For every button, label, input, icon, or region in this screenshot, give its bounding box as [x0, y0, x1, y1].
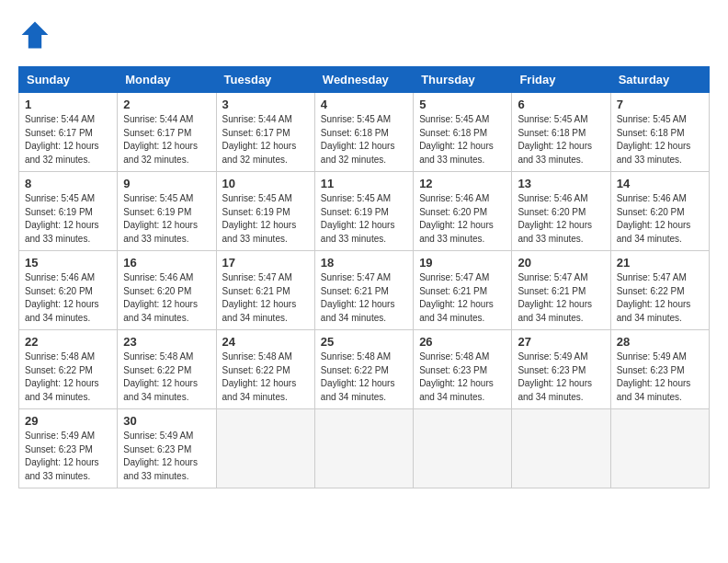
calendar-day-cell — [216, 409, 314, 488]
calendar-week-row: 15Sunrise: 5:46 AMSunset: 6:20 PMDayligh… — [19, 251, 710, 330]
day-number: 7 — [617, 98, 703, 111]
calendar-day-cell: 7Sunrise: 5:45 AMSunset: 6:18 PMDaylight… — [610, 93, 709, 172]
day-info: Sunrise: 5:45 AMSunset: 6:19 PMDaylight:… — [25, 192, 111, 246]
day-number: 15 — [25, 256, 111, 270]
calendar-day-cell: 19Sunrise: 5:47 AMSunset: 6:21 PMDayligh… — [414, 251, 512, 330]
calendar-week-row: 29Sunrise: 5:49 AMSunset: 6:23 PMDayligh… — [19, 409, 710, 488]
calendar-day-cell: 25Sunrise: 5:48 AMSunset: 6:22 PMDayligh… — [314, 330, 413, 409]
calendar-day-cell: 24Sunrise: 5:48 AMSunset: 6:22 PMDayligh… — [216, 330, 314, 409]
day-info: Sunrise: 5:48 AMSunset: 6:22 PMDaylight:… — [123, 350, 210, 404]
calendar-day-cell: 30Sunrise: 5:49 AMSunset: 6:23 PMDayligh… — [118, 409, 216, 488]
day-number: 9 — [123, 177, 210, 190]
day-info: Sunrise: 5:48 AMSunset: 6:22 PMDaylight:… — [321, 350, 407, 404]
day-number: 16 — [123, 256, 210, 270]
calendar-day-cell — [314, 409, 413, 488]
day-number: 21 — [617, 256, 703, 270]
day-info: Sunrise: 5:49 AMSunset: 6:23 PMDaylight:… — [25, 430, 111, 483]
calendar-day-cell — [414, 409, 512, 488]
calendar-day-cell: 18Sunrise: 5:47 AMSunset: 6:21 PMDayligh… — [314, 251, 413, 330]
calendar-header-row: SundayMondayTuesdayWednesdayThursdayFrid… — [19, 67, 710, 93]
day-number: 28 — [617, 335, 703, 349]
day-info: Sunrise: 5:46 AMSunset: 6:20 PMDaylight:… — [518, 192, 604, 246]
day-info: Sunrise: 5:45 AMSunset: 6:18 PMDaylight:… — [321, 113, 407, 167]
calendar-day-cell: 14Sunrise: 5:46 AMSunset: 6:20 PMDayligh… — [610, 172, 709, 251]
day-number: 2 — [123, 98, 210, 111]
day-info: Sunrise: 5:45 AMSunset: 6:19 PMDaylight:… — [321, 192, 407, 246]
calendar-header-sunday: Sunday — [19, 67, 118, 93]
calendar-day-cell — [512, 409, 610, 488]
day-number: 30 — [123, 414, 210, 428]
day-info: Sunrise: 5:46 AMSunset: 6:20 PMDaylight:… — [25, 271, 111, 325]
day-info: Sunrise: 5:45 AMSunset: 6:19 PMDaylight:… — [123, 192, 210, 246]
calendar-week-row: 22Sunrise: 5:48 AMSunset: 6:22 PMDayligh… — [19, 330, 710, 409]
day-number: 13 — [518, 177, 604, 190]
day-number: 24 — [222, 335, 309, 349]
calendar-day-cell: 20Sunrise: 5:47 AMSunset: 6:21 PMDayligh… — [512, 251, 610, 330]
calendar-header-monday: Monday — [118, 67, 216, 93]
calendar-day-cell — [610, 409, 709, 488]
calendar-header-saturday: Saturday — [610, 67, 709, 93]
page-header — [18, 18, 710, 52]
day-number: 27 — [518, 335, 604, 349]
day-info: Sunrise: 5:45 AMSunset: 6:18 PMDaylight:… — [419, 113, 506, 167]
calendar-day-cell: 1Sunrise: 5:44 AMSunset: 6:17 PMDaylight… — [19, 93, 118, 172]
logo-icon — [18, 18, 51, 52]
day-info: Sunrise: 5:47 AMSunset: 6:21 PMDaylight:… — [518, 271, 604, 325]
day-number: 18 — [321, 256, 407, 270]
day-info: Sunrise: 5:44 AMSunset: 6:17 PMDaylight:… — [25, 113, 111, 167]
calendar-day-cell: 13Sunrise: 5:46 AMSunset: 6:20 PMDayligh… — [512, 172, 610, 251]
calendar-day-cell: 29Sunrise: 5:49 AMSunset: 6:23 PMDayligh… — [19, 409, 118, 488]
calendar-day-cell: 22Sunrise: 5:48 AMSunset: 6:22 PMDayligh… — [19, 330, 118, 409]
day-info: Sunrise: 5:44 AMSunset: 6:17 PMDaylight:… — [123, 113, 210, 167]
calendar-day-cell: 2Sunrise: 5:44 AMSunset: 6:17 PMDaylight… — [118, 93, 216, 172]
day-number: 25 — [321, 335, 407, 349]
day-info: Sunrise: 5:46 AMSunset: 6:20 PMDaylight:… — [123, 271, 210, 325]
calendar-week-row: 8Sunrise: 5:45 AMSunset: 6:19 PMDaylight… — [19, 172, 710, 251]
day-number: 17 — [222, 256, 309, 270]
day-number: 5 — [419, 98, 506, 111]
calendar-week-row: 1Sunrise: 5:44 AMSunset: 6:17 PMDaylight… — [19, 93, 710, 172]
day-info: Sunrise: 5:49 AMSunset: 6:23 PMDaylight:… — [617, 350, 703, 404]
day-info: Sunrise: 5:44 AMSunset: 6:17 PMDaylight:… — [222, 113, 309, 167]
calendar-header-friday: Friday — [512, 67, 610, 93]
calendar-day-cell: 8Sunrise: 5:45 AMSunset: 6:19 PMDaylight… — [19, 172, 118, 251]
day-number: 4 — [321, 98, 407, 111]
calendar-day-cell: 23Sunrise: 5:48 AMSunset: 6:22 PMDayligh… — [118, 330, 216, 409]
day-info: Sunrise: 5:45 AMSunset: 6:19 PMDaylight:… — [222, 192, 309, 246]
day-info: Sunrise: 5:46 AMSunset: 6:20 PMDaylight:… — [617, 192, 703, 246]
day-number: 6 — [518, 98, 604, 111]
day-number: 20 — [518, 256, 604, 270]
calendar-header-wednesday: Wednesday — [314, 67, 413, 93]
calendar-header-thursday: Thursday — [414, 67, 512, 93]
calendar-day-cell: 28Sunrise: 5:49 AMSunset: 6:23 PMDayligh… — [610, 330, 709, 409]
day-info: Sunrise: 5:49 AMSunset: 6:23 PMDaylight:… — [123, 430, 210, 483]
day-number: 11 — [321, 177, 407, 190]
calendar-day-cell: 6Sunrise: 5:45 AMSunset: 6:18 PMDaylight… — [512, 93, 610, 172]
day-number: 14 — [617, 177, 703, 190]
day-info: Sunrise: 5:47 AMSunset: 6:21 PMDaylight:… — [222, 271, 309, 325]
calendar-day-cell: 16Sunrise: 5:46 AMSunset: 6:20 PMDayligh… — [118, 251, 216, 330]
day-number: 29 — [25, 414, 111, 428]
day-number: 10 — [222, 177, 309, 190]
day-info: Sunrise: 5:48 AMSunset: 6:23 PMDaylight:… — [419, 350, 506, 404]
calendar-day-cell: 10Sunrise: 5:45 AMSunset: 6:19 PMDayligh… — [216, 172, 314, 251]
calendar-day-cell: 5Sunrise: 5:45 AMSunset: 6:18 PMDaylight… — [414, 93, 512, 172]
day-info: Sunrise: 5:47 AMSunset: 6:21 PMDaylight:… — [419, 271, 506, 325]
svg-marker-0 — [22, 22, 49, 49]
calendar-day-cell: 17Sunrise: 5:47 AMSunset: 6:21 PMDayligh… — [216, 251, 314, 330]
day-number: 3 — [222, 98, 309, 111]
logo — [18, 18, 57, 52]
day-number: 12 — [419, 177, 506, 190]
calendar-header-tuesday: Tuesday — [216, 67, 314, 93]
calendar-day-cell: 11Sunrise: 5:45 AMSunset: 6:19 PMDayligh… — [314, 172, 413, 251]
calendar-day-cell: 26Sunrise: 5:48 AMSunset: 6:23 PMDayligh… — [414, 330, 512, 409]
day-info: Sunrise: 5:47 AMSunset: 6:21 PMDaylight:… — [321, 271, 407, 325]
calendar-table: SundayMondayTuesdayWednesdayThursdayFrid… — [18, 66, 710, 488]
day-info: Sunrise: 5:48 AMSunset: 6:22 PMDaylight:… — [25, 350, 111, 404]
day-number: 22 — [25, 335, 111, 349]
day-info: Sunrise: 5:47 AMSunset: 6:22 PMDaylight:… — [617, 271, 703, 325]
calendar-day-cell: 21Sunrise: 5:47 AMSunset: 6:22 PMDayligh… — [610, 251, 709, 330]
day-number: 8 — [25, 177, 111, 190]
day-info: Sunrise: 5:45 AMSunset: 6:18 PMDaylight:… — [617, 113, 703, 167]
day-info: Sunrise: 5:45 AMSunset: 6:18 PMDaylight:… — [518, 113, 604, 167]
